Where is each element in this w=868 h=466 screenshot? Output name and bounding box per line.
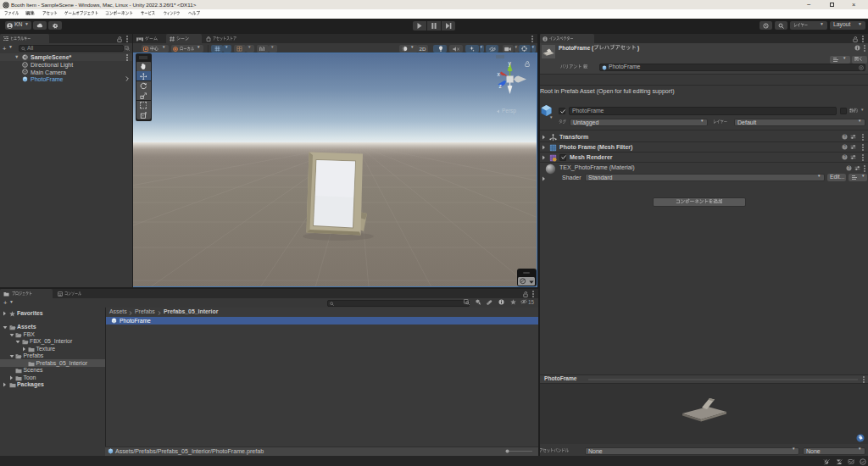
svg-text:z: z — [499, 83, 502, 89]
svg-text:?: ? — [848, 166, 850, 170]
svg-text:?: ? — [843, 145, 846, 149]
svg-text:?: ? — [843, 135, 846, 139]
svg-text:y: y — [509, 60, 512, 67]
svg-text:?: ? — [843, 155, 846, 159]
svg-text:x: x — [498, 71, 501, 77]
